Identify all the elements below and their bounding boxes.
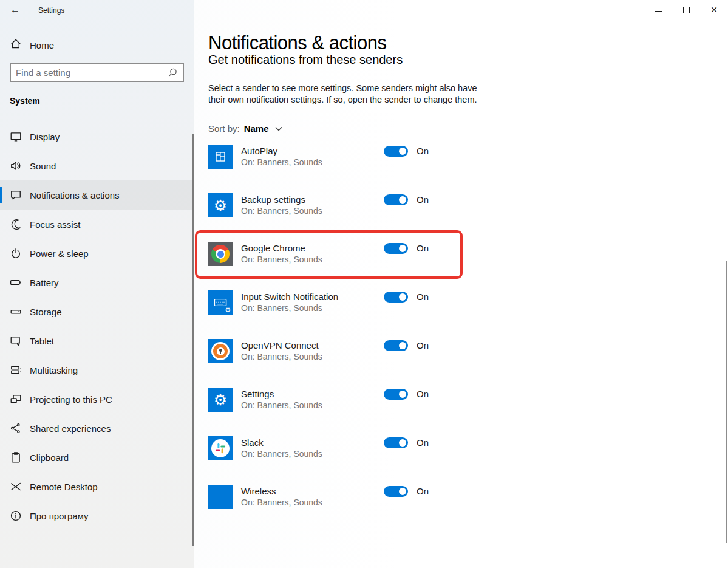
sidebar-item-label: Focus assist [30, 219, 80, 230]
remote-desktop-icon [10, 481, 22, 493]
toggle-state-label: On [417, 292, 429, 302]
sidebar-item-label: Notifications & actions [30, 190, 120, 200]
section-title-clip: Get notifications from these senders [208, 55, 403, 67]
close-icon: ✕ [710, 5, 718, 14]
back-arrow-icon: ← [10, 4, 20, 15]
back-button[interactable]: ← [5, 1, 26, 18]
google-chrome-icon [208, 242, 233, 266]
wireless-icon [208, 485, 233, 509]
sidebar-item-projecting[interactable]: Projecting to this PC [0, 385, 194, 414]
list-item-backup-settings[interactable]: ⚙ Backup settings On: Banners, Sounds On [208, 193, 475, 242]
list-item-settings[interactable]: ⚙ Settings On: Banners, Sounds On [208, 388, 475, 436]
section-title: Get notifications from these senders [208, 55, 403, 67]
toggle-state-label: On [417, 437, 429, 448]
description-line: their own notification settings. If so, … [208, 94, 477, 106]
description: Select a sender to see more settings. So… [208, 83, 477, 106]
sidebar-item-notifications[interactable]: Notifications & actions [0, 180, 194, 210]
sidebar-item-multitasking[interactable]: Multitasking [0, 355, 194, 385]
maximize-icon [683, 7, 690, 13]
sidebar-item-focus-assist[interactable]: Focus assist [0, 210, 194, 239]
home-icon [10, 38, 22, 52]
search-input[interactable] [11, 67, 167, 78]
sidebar-item-label: Battery [30, 278, 59, 288]
sidebar-item-label: Projecting to this PC [30, 394, 112, 405]
notification-sender-list: AutoPlay On: Banners, Sounds On ⚙ Backup… [208, 145, 475, 533]
app-name: Backup settings [241, 194, 305, 205]
sort-by-label: Sort by: [208, 123, 240, 134]
app-status: On: Banners, Sounds [241, 255, 322, 264]
sidebar-scrollbar[interactable] [192, 134, 194, 546]
app-status: On: Banners, Sounds [241, 157, 322, 167]
window-title: Settings [38, 6, 64, 15]
maximize-button[interactable] [672, 0, 700, 19]
autoplay-icon [208, 145, 233, 169]
app-name: Google Chrome [241, 243, 305, 253]
sidebar-nav: Display Sound Notifications & actions Fo… [0, 122, 194, 530]
app-status: On: Banners, Sounds [241, 400, 322, 410]
gear-icon: ⚙ [208, 388, 233, 412]
projecting-icon [10, 393, 22, 405]
sidebar-item-about[interactable]: Про програму [0, 501, 194, 530]
multitasking-icon [10, 364, 22, 376]
sidebar-item-sound[interactable]: Sound [0, 151, 194, 180]
moon-icon [10, 218, 22, 230]
tablet-icon [10, 335, 22, 347]
toggle-state-label: On [417, 389, 429, 399]
sidebar-item-battery[interactable]: Battery [0, 268, 194, 297]
sidebar-item-label: Shared experiences [30, 423, 111, 434]
sidebar-item-tablet[interactable]: Tablet [0, 326, 194, 355]
list-item-wireless[interactable]: Wireless On: Banners, Sounds On [208, 485, 475, 533]
chevron-down-icon [275, 126, 282, 131]
sidebar-item-label: Sound [30, 161, 56, 171]
minimize-button[interactable] [644, 0, 672, 19]
notifications-icon [10, 189, 22, 201]
sidebar-item-shared-experiences[interactable]: Shared experiences [0, 414, 194, 443]
sidebar-item-display[interactable]: Display [0, 122, 194, 151]
openvpn-icon [208, 339, 233, 363]
sidebar-item-label: Multitasking [30, 365, 78, 375]
sidebar-item-remote-desktop[interactable]: Remote Desktop [0, 472, 194, 501]
app-status: On: Banners, Sounds [241, 352, 322, 361]
sidebar-item-label: Remote Desktop [30, 482, 98, 492]
battery-icon [10, 276, 22, 289]
slack-icon [208, 436, 233, 460]
list-item-google-chrome[interactable]: Google Chrome On: Banners, Sounds On [208, 242, 475, 290]
gear-icon: ⚙ [208, 193, 233, 217]
sort-by-control[interactable]: Sort by: Name [208, 123, 282, 134]
toggle-switch[interactable] [384, 292, 408, 303]
sidebar-item-label: Про програму [30, 511, 89, 521]
sidebar-item-storage[interactable]: Storage [0, 297, 194, 326]
display-icon [10, 131, 22, 143]
toggle-switch[interactable] [384, 437, 408, 448]
keyboard-icon: ⚙ [208, 290, 233, 315]
toggle-switch[interactable] [384, 340, 408, 351]
toggle-switch[interactable] [384, 486, 408, 497]
toggle-state-label: On [417, 340, 429, 351]
main-scrollbar[interactable] [726, 261, 727, 543]
app-name: Slack [241, 437, 264, 448]
page-title: Notifications & actions [208, 32, 386, 54]
list-item-slack[interactable]: Slack On: Banners, Sounds On [208, 436, 475, 485]
list-item-openvpn[interactable]: OpenVPN Connect On: Banners, Sounds On [208, 339, 475, 388]
close-button[interactable]: ✕ [700, 0, 728, 19]
toggle-state-label: On [417, 486, 429, 496]
sidebar-item-label: Display [30, 132, 60, 142]
toggle-switch[interactable] [384, 389, 408, 400]
sidebar-item-power-sleep[interactable]: Power & sleep [0, 239, 194, 268]
list-item-autoplay[interactable]: AutoPlay On: Banners, Sounds On [208, 145, 475, 193]
sidebar-item-label: Storage [30, 307, 62, 317]
toggle-switch[interactable] [384, 243, 408, 254]
toggle-switch[interactable] [384, 146, 408, 157]
app-status: On: Banners, Sounds [241, 206, 322, 216]
search-icon[interactable] [167, 67, 178, 78]
sidebar-item-label: Tablet [30, 336, 54, 346]
app-name: OpenVPN Connect [241, 340, 319, 351]
storage-icon [10, 306, 22, 318]
toggle-switch[interactable] [384, 194, 408, 205]
toggle-state-label: On [417, 194, 429, 205]
list-item-input-switch[interactable]: ⚙ Input Switch Notification On: Banners,… [208, 290, 475, 339]
sidebar-item-home[interactable]: Home [0, 35, 194, 55]
minimize-icon [655, 11, 662, 12]
info-icon [10, 510, 22, 522]
sidebar-item-clipboard[interactable]: Clipboard [0, 443, 194, 472]
